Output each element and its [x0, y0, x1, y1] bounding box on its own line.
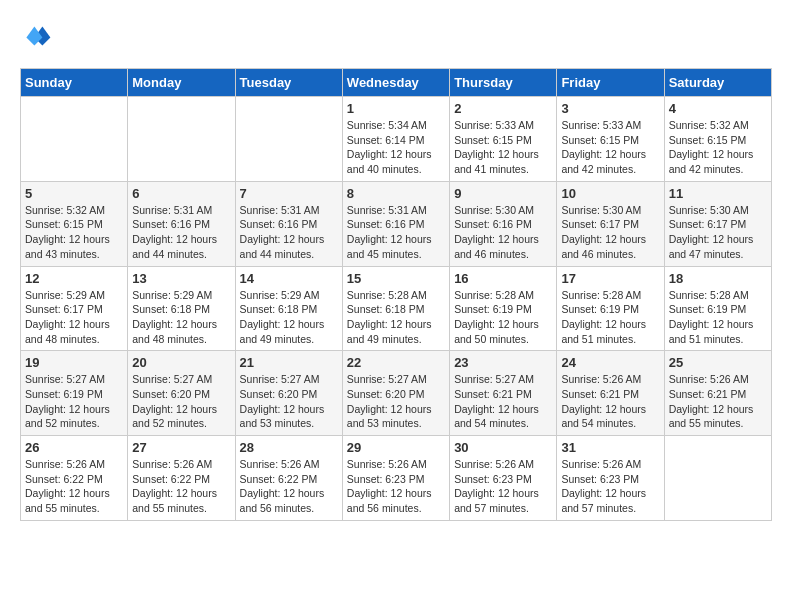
day-number: 8	[347, 186, 445, 201]
day-cell-23: 23Sunrise: 5:27 AMSunset: 6:21 PMDayligh…	[450, 351, 557, 436]
week-row-2: 5Sunrise: 5:32 AMSunset: 6:15 PMDaylight…	[21, 181, 772, 266]
day-cell-5: 5Sunrise: 5:32 AMSunset: 6:15 PMDaylight…	[21, 181, 128, 266]
day-info: Sunrise: 5:27 AMSunset: 6:20 PMDaylight:…	[132, 372, 230, 431]
day-number: 15	[347, 271, 445, 286]
day-cell-1: 1Sunrise: 5:34 AMSunset: 6:14 PMDaylight…	[342, 97, 449, 182]
day-info: Sunrise: 5:26 AMSunset: 6:22 PMDaylight:…	[240, 457, 338, 516]
week-row-1: 1Sunrise: 5:34 AMSunset: 6:14 PMDaylight…	[21, 97, 772, 182]
logo	[20, 20, 56, 52]
day-number: 16	[454, 271, 552, 286]
day-info: Sunrise: 5:27 AMSunset: 6:21 PMDaylight:…	[454, 372, 552, 431]
day-cell-29: 29Sunrise: 5:26 AMSunset: 6:23 PMDayligh…	[342, 436, 449, 521]
day-info: Sunrise: 5:26 AMSunset: 6:23 PMDaylight:…	[454, 457, 552, 516]
day-info: Sunrise: 5:29 AMSunset: 6:18 PMDaylight:…	[132, 288, 230, 347]
empty-cell	[21, 97, 128, 182]
day-number: 22	[347, 355, 445, 370]
day-number: 25	[669, 355, 767, 370]
day-cell-8: 8Sunrise: 5:31 AMSunset: 6:16 PMDaylight…	[342, 181, 449, 266]
day-info: Sunrise: 5:31 AMSunset: 6:16 PMDaylight:…	[132, 203, 230, 262]
day-cell-19: 19Sunrise: 5:27 AMSunset: 6:19 PMDayligh…	[21, 351, 128, 436]
weekday-header-thursday: Thursday	[450, 69, 557, 97]
day-info: Sunrise: 5:30 AMSunset: 6:16 PMDaylight:…	[454, 203, 552, 262]
day-cell-9: 9Sunrise: 5:30 AMSunset: 6:16 PMDaylight…	[450, 181, 557, 266]
day-number: 2	[454, 101, 552, 116]
day-number: 17	[561, 271, 659, 286]
day-cell-16: 16Sunrise: 5:28 AMSunset: 6:19 PMDayligh…	[450, 266, 557, 351]
day-cell-13: 13Sunrise: 5:29 AMSunset: 6:18 PMDayligh…	[128, 266, 235, 351]
day-number: 11	[669, 186, 767, 201]
day-cell-14: 14Sunrise: 5:29 AMSunset: 6:18 PMDayligh…	[235, 266, 342, 351]
day-number: 31	[561, 440, 659, 455]
weekday-header-wednesday: Wednesday	[342, 69, 449, 97]
day-info: Sunrise: 5:26 AMSunset: 6:23 PMDaylight:…	[561, 457, 659, 516]
day-number: 19	[25, 355, 123, 370]
day-cell-31: 31Sunrise: 5:26 AMSunset: 6:23 PMDayligh…	[557, 436, 664, 521]
day-cell-3: 3Sunrise: 5:33 AMSunset: 6:15 PMDaylight…	[557, 97, 664, 182]
day-info: Sunrise: 5:27 AMSunset: 6:20 PMDaylight:…	[347, 372, 445, 431]
day-cell-11: 11Sunrise: 5:30 AMSunset: 6:17 PMDayligh…	[664, 181, 771, 266]
empty-cell	[235, 97, 342, 182]
week-row-5: 26Sunrise: 5:26 AMSunset: 6:22 PMDayligh…	[21, 436, 772, 521]
day-cell-20: 20Sunrise: 5:27 AMSunset: 6:20 PMDayligh…	[128, 351, 235, 436]
day-cell-28: 28Sunrise: 5:26 AMSunset: 6:22 PMDayligh…	[235, 436, 342, 521]
day-cell-7: 7Sunrise: 5:31 AMSunset: 6:16 PMDaylight…	[235, 181, 342, 266]
day-number: 12	[25, 271, 123, 286]
day-info: Sunrise: 5:26 AMSunset: 6:22 PMDaylight:…	[132, 457, 230, 516]
logo-icon	[20, 20, 52, 52]
calendar-table: SundayMondayTuesdayWednesdayThursdayFrid…	[20, 68, 772, 521]
day-info: Sunrise: 5:27 AMSunset: 6:19 PMDaylight:…	[25, 372, 123, 431]
day-info: Sunrise: 5:26 AMSunset: 6:23 PMDaylight:…	[347, 457, 445, 516]
day-info: Sunrise: 5:31 AMSunset: 6:16 PMDaylight:…	[240, 203, 338, 262]
day-number: 6	[132, 186, 230, 201]
day-number: 29	[347, 440, 445, 455]
day-cell-27: 27Sunrise: 5:26 AMSunset: 6:22 PMDayligh…	[128, 436, 235, 521]
day-cell-15: 15Sunrise: 5:28 AMSunset: 6:18 PMDayligh…	[342, 266, 449, 351]
week-row-3: 12Sunrise: 5:29 AMSunset: 6:17 PMDayligh…	[21, 266, 772, 351]
day-number: 18	[669, 271, 767, 286]
day-number: 21	[240, 355, 338, 370]
day-number: 3	[561, 101, 659, 116]
day-info: Sunrise: 5:27 AMSunset: 6:20 PMDaylight:…	[240, 372, 338, 431]
day-info: Sunrise: 5:26 AMSunset: 6:21 PMDaylight:…	[669, 372, 767, 431]
day-info: Sunrise: 5:31 AMSunset: 6:16 PMDaylight:…	[347, 203, 445, 262]
day-info: Sunrise: 5:32 AMSunset: 6:15 PMDaylight:…	[25, 203, 123, 262]
day-cell-26: 26Sunrise: 5:26 AMSunset: 6:22 PMDayligh…	[21, 436, 128, 521]
day-info: Sunrise: 5:33 AMSunset: 6:15 PMDaylight:…	[454, 118, 552, 177]
weekday-header-friday: Friday	[557, 69, 664, 97]
page-header	[20, 20, 772, 52]
day-number: 24	[561, 355, 659, 370]
week-row-4: 19Sunrise: 5:27 AMSunset: 6:19 PMDayligh…	[21, 351, 772, 436]
day-cell-17: 17Sunrise: 5:28 AMSunset: 6:19 PMDayligh…	[557, 266, 664, 351]
weekday-header-monday: Monday	[128, 69, 235, 97]
day-info: Sunrise: 5:26 AMSunset: 6:22 PMDaylight:…	[25, 457, 123, 516]
day-number: 23	[454, 355, 552, 370]
day-cell-18: 18Sunrise: 5:28 AMSunset: 6:19 PMDayligh…	[664, 266, 771, 351]
day-cell-24: 24Sunrise: 5:26 AMSunset: 6:21 PMDayligh…	[557, 351, 664, 436]
day-number: 20	[132, 355, 230, 370]
day-cell-22: 22Sunrise: 5:27 AMSunset: 6:20 PMDayligh…	[342, 351, 449, 436]
weekday-header-tuesday: Tuesday	[235, 69, 342, 97]
day-cell-25: 25Sunrise: 5:26 AMSunset: 6:21 PMDayligh…	[664, 351, 771, 436]
day-number: 4	[669, 101, 767, 116]
day-info: Sunrise: 5:26 AMSunset: 6:21 PMDaylight:…	[561, 372, 659, 431]
weekday-header-row: SundayMondayTuesdayWednesdayThursdayFrid…	[21, 69, 772, 97]
weekday-header-saturday: Saturday	[664, 69, 771, 97]
day-info: Sunrise: 5:32 AMSunset: 6:15 PMDaylight:…	[669, 118, 767, 177]
day-number: 7	[240, 186, 338, 201]
day-number: 27	[132, 440, 230, 455]
day-cell-2: 2Sunrise: 5:33 AMSunset: 6:15 PMDaylight…	[450, 97, 557, 182]
day-info: Sunrise: 5:30 AMSunset: 6:17 PMDaylight:…	[561, 203, 659, 262]
day-info: Sunrise: 5:29 AMSunset: 6:17 PMDaylight:…	[25, 288, 123, 347]
empty-cell	[128, 97, 235, 182]
day-number: 26	[25, 440, 123, 455]
day-number: 1	[347, 101, 445, 116]
day-number: 30	[454, 440, 552, 455]
day-number: 5	[25, 186, 123, 201]
day-number: 14	[240, 271, 338, 286]
day-number: 10	[561, 186, 659, 201]
day-info: Sunrise: 5:28 AMSunset: 6:19 PMDaylight:…	[454, 288, 552, 347]
day-info: Sunrise: 5:28 AMSunset: 6:18 PMDaylight:…	[347, 288, 445, 347]
day-cell-10: 10Sunrise: 5:30 AMSunset: 6:17 PMDayligh…	[557, 181, 664, 266]
day-info: Sunrise: 5:34 AMSunset: 6:14 PMDaylight:…	[347, 118, 445, 177]
day-number: 13	[132, 271, 230, 286]
